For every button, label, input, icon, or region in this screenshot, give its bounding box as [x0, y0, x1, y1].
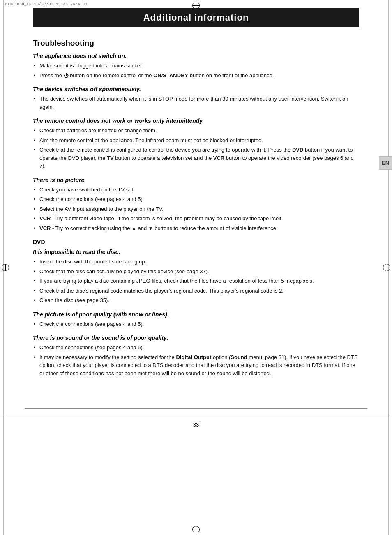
section-poor-picture: The picture is of poor quality (with sno… [33, 311, 359, 328]
reg-mark-bottom [192, 526, 200, 533]
list-item: The device switches off automatically wh… [33, 95, 359, 111]
section-no-picture: There is no picture. Check you have swit… [33, 177, 359, 233]
on-standby-label: ON/STANDBY [153, 72, 188, 78]
list-item: Select the AV input assigned to the play… [33, 205, 359, 213]
list-item: Aim the remote control at the appliance.… [33, 136, 359, 145]
section-device-switches-off: The device switches off spontaneously. T… [33, 86, 359, 111]
list-item: Check that the disc's regional code matc… [33, 287, 359, 295]
list-item: Check the connections (see pages 4 and 5… [33, 195, 359, 203]
list-no-sound: Check the connections (see pages 4 and 5… [33, 344, 359, 377]
dvd-section-label: DVD [33, 239, 359, 245]
list-remote-control: Check that batteries are inserted or cha… [33, 127, 359, 170]
list-appliance-no-switch: Make sure it is plugged into a mains soc… [33, 62, 359, 79]
list-poor-picture: Check the connections (see pages 4 and 5… [33, 320, 359, 328]
heading-poor-picture: The picture is of poor quality (with sno… [33, 311, 359, 318]
vcr-label-inline: VCR [213, 155, 224, 161]
digital-output-label: Digital Output [176, 354, 211, 360]
page-number: 33 [0, 417, 392, 432]
dvd-label-inline: DVD [292, 147, 303, 153]
vcr-bold-2: VCR [39, 225, 51, 231]
arrow-down-icon: ▼ [148, 226, 153, 231]
power-symbol: ⏻ [64, 72, 69, 79]
list-item: VCR - Try a different video tape. If the… [33, 214, 359, 223]
bottom-rule [25, 408, 367, 409]
list-item: Clean the disc (see page 35). [33, 296, 359, 304]
list-item: It may be necessary to modify the settin… [33, 353, 359, 378]
list-item: Check you have switched on the TV set. [33, 186, 359, 194]
tv-label-inline: TV [107, 155, 114, 161]
section-appliance-no-switch: The appliance does not switch on. Make s… [33, 53, 359, 79]
list-item: If you are trying to play a disc contain… [33, 277, 359, 285]
list-item: Check the connections (see pages 4 and 5… [33, 344, 359, 352]
heading-no-sound: There is no sound or the sound is of poo… [33, 334, 359, 341]
list-impossible-read: Insert the disc with the printed side fa… [33, 258, 359, 304]
vcr-bold-1: VCR [39, 215, 51, 221]
content-area: Additional information Troubleshooting T… [0, 8, 392, 408]
section-no-sound: There is no sound or the sound is of poo… [33, 334, 359, 377]
section-header-title: Additional information [143, 12, 249, 23]
sound-menu-label: Sound [231, 354, 247, 360]
heading-device-switches-off: The device switches off spontaneously. [33, 86, 359, 92]
page: DTH6100U_EN 18/07/03 13:46 Page 33 EN Ad… [0, 0, 392, 535]
section-header-banner: Additional information [33, 8, 359, 27]
list-no-picture: Check you have switched on the TV set. C… [33, 186, 359, 233]
heading-remote-control: The remote control does not work or work… [33, 118, 359, 124]
list-item: Check the connections (see pages 4 and 5… [33, 320, 359, 328]
list-item: Make sure it is plugged into a mains soc… [33, 62, 359, 70]
heading-appliance-no-switch: The appliance does not switch on. [33, 53, 359, 59]
list-device-switches-off: The device switches off automatically wh… [33, 95, 359, 111]
section-remote-control: The remote control does not work or work… [33, 118, 359, 170]
heading-impossible-read: It is impossible to read the disc. [33, 249, 359, 255]
heading-no-picture: There is no picture. [33, 177, 359, 183]
list-item: Insert the disc with the printed side fa… [33, 258, 359, 266]
list-item: VCR - Try to correct tracking using the … [33, 224, 359, 233]
section-impossible-read: It is impossible to read the disc. Inser… [33, 249, 359, 304]
list-item: Press the ⏻ button on the remote control… [33, 71, 359, 80]
list-item: Check that the disc can actually be play… [33, 268, 359, 276]
list-item: Check that batteries are inserted or cha… [33, 127, 359, 135]
troubleshooting-title: Troubleshooting [33, 39, 359, 48]
list-item: Check that the remote control is configu… [33, 146, 359, 170]
arrow-up-icon: ▲ [131, 226, 136, 231]
